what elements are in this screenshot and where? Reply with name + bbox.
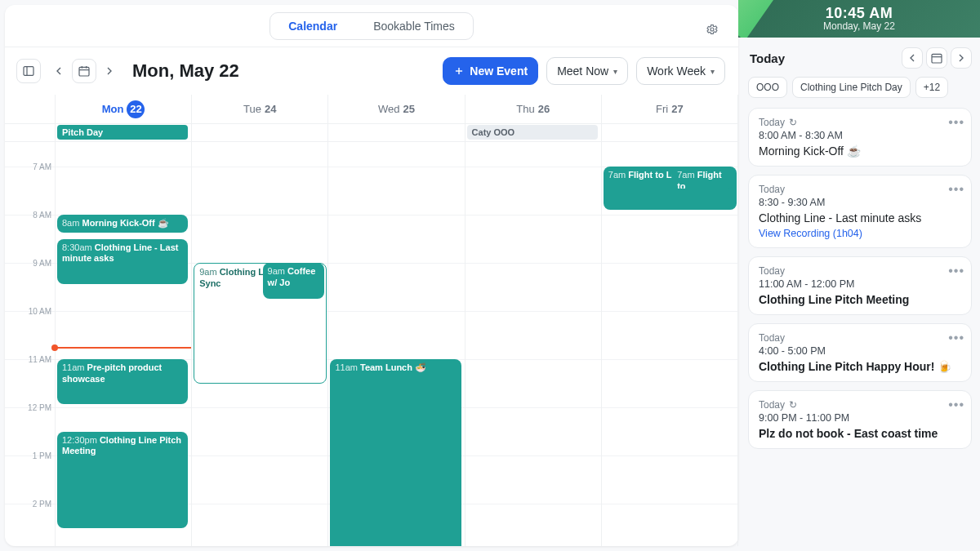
hour-label: 2 PM (33, 500, 51, 509)
prev-icon[interactable] (49, 59, 69, 83)
allday-event[interactable]: Caty OOO (467, 125, 598, 140)
hour-label: 8 AM (33, 211, 51, 220)
calendar-event[interactable]: 7am Flight to (672, 167, 734, 189)
calendar-event[interactable]: 11am Team Lunch 🍜 (330, 359, 461, 546)
card-time: 9:00 PM - 11:00 PM (759, 412, 961, 424)
agenda-sidebar: 10:45 AM Monday, May 22 Today OOOClothin… (738, 0, 980, 551)
day-column[interactable]: Wed 2511am Team Lunch 🍜 (328, 95, 465, 546)
card-time: 11:00 AM - 12:00 PM (759, 278, 961, 290)
recording-link[interactable]: View Recording (1h04) (759, 228, 961, 239)
tag-chip[interactable]: Clothing Line Pitch Day (792, 77, 911, 98)
hour-label: 11 AM (29, 355, 51, 364)
card-time: 8:00 AM - 8:30 AM (759, 130, 961, 141)
sidebar-title: Today (750, 51, 897, 65)
allday-row (192, 124, 327, 142)
calendar-event[interactable]: 12:30pm Clothing Line Pitch Meeting (57, 432, 188, 528)
hour-label: 1 PM (33, 451, 51, 460)
calendar-toolbar: Mon, May 22 New Event Meet Now▾ Work Wee… (5, 47, 738, 95)
agenda-card[interactable]: •••Today4:00 - 5:00 PMClothing Line Pitc… (748, 323, 972, 382)
sidebar-calendar-icon[interactable] (926, 47, 947, 69)
agenda-card[interactable]: •••Today11:00 AM - 12:00 PMClothing Line… (748, 256, 972, 315)
day-header[interactable]: Wed 25 (328, 95, 464, 124)
card-label: Today (759, 184, 961, 195)
calendar-event[interactable]: 9am Coffee w/ Jo (263, 263, 325, 299)
card-label: Today (759, 265, 961, 277)
calendar-event[interactable]: 11am Pre-pitch product showcase (57, 359, 188, 404)
card-label: Today ↻ (759, 399, 961, 411)
day-header[interactable]: Tue 24 (192, 95, 327, 124)
meet-now-button[interactable]: Meet Now▾ (546, 57, 628, 85)
calendar-event[interactable]: 8:30am Clothing Line - Last minute asks (57, 239, 188, 284)
tab-bookable[interactable]: Bookable Times (355, 13, 473, 39)
allday-row (602, 124, 737, 142)
sidebar-prev-icon[interactable] (902, 47, 923, 69)
card-label: Today ↻ (759, 117, 961, 128)
tag-chips: OOOClothing Line Pitch Day+12 (748, 77, 972, 98)
allday-row (328, 124, 464, 142)
svg-point-0 (710, 28, 714, 31)
hour-label: 12 PM (28, 403, 51, 412)
day-column[interactable]: Tue 249am Clothing Line Design Sync9am C… (192, 95, 328, 546)
card-title: Clothing Line Pitch Meeting (759, 293, 961, 306)
now-indicator (56, 347, 191, 349)
agenda-card[interactable]: •••Today ↻9:00 PM - 11:00 PMPlz do not b… (748, 390, 972, 449)
allday-row: Pitch Day (56, 124, 191, 142)
page-title: Mon, May 22 (132, 60, 239, 82)
tag-chip[interactable]: +12 (915, 77, 948, 98)
more-icon[interactable]: ••• (948, 398, 964, 412)
new-event-label: New Event (470, 64, 528, 78)
card-label: Today (759, 332, 961, 344)
svg-rect-3 (79, 67, 89, 76)
calendar-event[interactable]: 8am Morning Kick-Off ☕ (57, 215, 188, 233)
time-gutter: 7 AM8 AM9 AM10 AM11 AM12 PM1 PM2 PM (5, 95, 56, 546)
svg-rect-9 (932, 54, 942, 63)
card-title: Clothing Line Pitch Happy Hour! 🍺 (759, 360, 961, 373)
day-column[interactable]: Mon 22Pitch Day8am Morning Kick-Off ☕8:3… (56, 95, 192, 546)
sidebar-next-icon[interactable] (951, 47, 972, 69)
day-column[interactable]: Fri 277am Flight to Los Angeles7am Fligh… (602, 95, 738, 546)
chevron-down-icon: ▾ (613, 67, 617, 76)
card-time: 8:30 - 9:30 AM (759, 197, 961, 208)
more-icon[interactable]: ••• (948, 115, 964, 130)
calendar-grid: 7 AM8 AM9 AM10 AM11 AM12 PM1 PM2 PM Mon … (5, 95, 738, 546)
day-header[interactable]: Fri 27 (602, 95, 737, 124)
tab-switcher: Calendar Bookable Times (270, 12, 474, 40)
clock-time: 10:45 AM (826, 6, 893, 20)
next-icon[interactable] (100, 59, 119, 83)
sidebar-toggle-icon[interactable] (16, 59, 41, 83)
hour-label: 7 AM (33, 162, 51, 171)
card-title: Plz do not book - East coast time (759, 427, 961, 440)
tag-chip[interactable]: OOO (748, 77, 787, 98)
svg-rect-1 (24, 67, 33, 76)
more-icon[interactable]: ••• (948, 264, 964, 278)
card-title: Clothing Line - Last minute asks (759, 211, 961, 224)
new-event-button[interactable]: New Event (443, 57, 538, 85)
allday-row: Caty OOO (466, 124, 601, 142)
more-icon[interactable]: ••• (948, 331, 964, 345)
hour-label: 10 AM (29, 307, 51, 316)
recurring-icon: ↻ (789, 117, 797, 128)
card-title: Morning Kick-Off ☕ (759, 144, 961, 158)
view-tabs: Calendar Bookable Times (5, 5, 738, 47)
card-time: 4:00 - 5:00 PM (759, 345, 961, 357)
tab-calendar[interactable]: Calendar (270, 13, 355, 39)
agenda-card[interactable]: •••Today8:30 - 9:30 AMClothing Line - La… (748, 175, 972, 248)
chevron-down-icon: ▾ (710, 67, 715, 76)
day-column[interactable]: Thu 26Caty OOO (466, 95, 602, 546)
meet-now-label: Meet Now (557, 64, 608, 78)
date-picker-icon[interactable] (72, 59, 96, 83)
clock-banner: 10:45 AM Monday, May 22 (738, 0, 980, 38)
gear-icon[interactable] (706, 23, 724, 41)
view-selector-button[interactable]: Work Week▾ (636, 57, 725, 85)
day-header[interactable]: Thu 26 (466, 95, 601, 124)
agenda-card[interactable]: •••Today ↻8:00 AM - 8:30 AMMorning Kick-… (748, 108, 972, 167)
clock-date: Monday, May 22 (823, 20, 895, 32)
view-label: Work Week (647, 64, 706, 78)
allday-event[interactable]: Pitch Day (57, 125, 188, 140)
hour-label: 9 AM (33, 259, 51, 268)
more-icon[interactable]: ••• (948, 182, 964, 197)
day-header[interactable]: Mon 22 (56, 95, 191, 124)
recurring-icon: ↻ (789, 399, 797, 411)
